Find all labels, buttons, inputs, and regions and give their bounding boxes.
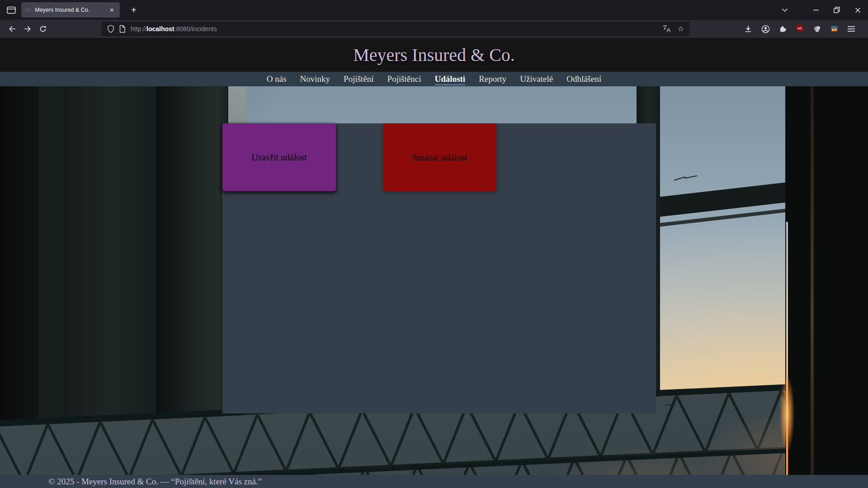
delete-incident-button[interactable]: Smazat událost <box>383 123 496 191</box>
nav-item-uzivatele[interactable]: Uživatelé <box>520 72 553 86</box>
menu-button[interactable] <box>845 22 858 36</box>
tab-title: Meyers Insured & Co. <box>35 7 108 13</box>
browser-tab-bar: MI Meyers Insured & Co. ✕ + <box>0 0 868 20</box>
arrow-left-icon <box>8 25 16 33</box>
toolbar-icons: uO <box>742 22 858 36</box>
svg-text:x: x <box>664 26 666 31</box>
reload-button[interactable] <box>35 22 51 36</box>
footer-text: © 2025 - Meyers Insured & Co. — “Pojiště… <box>48 477 262 487</box>
close-window-button[interactable] <box>847 0 868 20</box>
hamburger-icon <box>848 26 855 32</box>
tab-list-button[interactable] <box>776 0 794 20</box>
bookmark-star-icon[interactable]: ☆ <box>678 25 684 33</box>
svg-text:A: A <box>666 27 670 33</box>
nav-item-udalosti[interactable]: Události <box>435 72 466 86</box>
minimize-button[interactable] <box>806 0 826 20</box>
nav-item-novinky[interactable]: Novinky <box>300 72 330 86</box>
frame-edge <box>811 86 814 475</box>
account-icon <box>761 25 770 33</box>
browser-tab[interactable]: MI Meyers Insured & Co. ✕ <box>21 2 120 18</box>
ublock-shield-icon: uO <box>796 25 804 33</box>
content-panel: Vytvořit událostVyhledat událostZpracova… <box>222 123 656 413</box>
downloads-button[interactable] <box>742 22 755 36</box>
close-icon: ✕ <box>109 7 114 14</box>
arrow-right-icon <box>24 25 32 33</box>
nav-item-o-nas[interactable]: O nás <box>267 72 287 86</box>
site-footer: © 2025 - Meyers Insured & Co. — “Pojiště… <box>0 475 868 488</box>
firefox-view-button[interactable] <box>4 2 19 18</box>
site-nav: O násNovinkyPojištěníPojištěnciUdálostiR… <box>0 72 868 86</box>
firefox-view-icon <box>7 6 16 14</box>
restore-button[interactable] <box>826 0 847 20</box>
blob-extension-icon <box>812 25 821 33</box>
url-bar[interactable]: http://localhost:8080/incidents xA ☆ <box>101 22 689 36</box>
puzzle-icon <box>778 25 787 33</box>
tab-close-button[interactable]: ✕ <box>108 6 116 14</box>
new-tab-button[interactable]: + <box>127 3 141 17</box>
restore-icon <box>834 7 840 13</box>
nav-item-odhlaseni[interactable]: Odhlášení <box>566 72 601 86</box>
forward-button[interactable] <box>20 22 35 36</box>
extension-button-2[interactable] <box>828 22 840 36</box>
page-info-icon[interactable] <box>118 25 126 33</box>
nav-item-pojistenci[interactable]: Pojištěnci <box>387 72 421 86</box>
nav-item-pojisteni[interactable]: Pojištění <box>344 72 374 86</box>
account-button[interactable] <box>759 22 772 36</box>
site-header: Meyers Insured & Co. <box>0 38 868 72</box>
plus-icon: + <box>131 5 137 15</box>
chevron-down-icon <box>781 7 788 13</box>
tracking-shield-icon[interactable] <box>107 25 115 33</box>
ublock-extension-button[interactable]: uO <box>793 22 806 36</box>
goggles-extension-icon <box>830 25 839 33</box>
window-mullion <box>38 86 63 475</box>
window-controls <box>776 0 868 20</box>
page-title: Meyers Insured & Co. <box>353 44 515 66</box>
nav-item-reporty[interactable]: Reporty <box>479 72 506 86</box>
url-text[interactable]: http://localhost:8080/incidents <box>131 25 662 33</box>
actions-grid: Vytvořit událostVyhledat událostZpracova… <box>222 123 656 413</box>
sun-glow <box>775 353 799 475</box>
back-button[interactable] <box>5 22 20 36</box>
extensions-button[interactable] <box>776 22 789 36</box>
background-photo: Vytvořit událostVyhledat událostZpracova… <box>0 86 868 475</box>
browser-toolbar: http://localhost:8080/incidents xA ☆ uO <box>0 20 868 38</box>
download-icon <box>744 25 752 33</box>
reload-icon <box>39 25 47 33</box>
extension-button-1[interactable] <box>811 22 823 36</box>
site-favicon: MI <box>25 7 31 13</box>
minimize-icon <box>813 7 819 13</box>
close-incident-button[interactable]: Uzavřít událost <box>222 123 336 191</box>
close-icon <box>855 7 861 13</box>
window-frame <box>0 86 156 468</box>
translate-icon[interactable]: xA <box>662 25 671 33</box>
